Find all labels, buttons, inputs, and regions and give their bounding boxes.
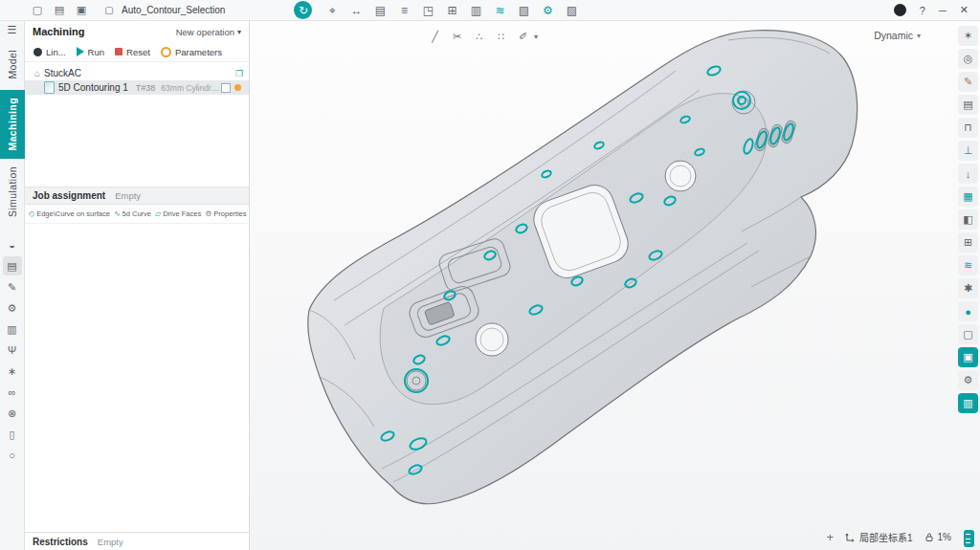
5d-curve-button[interactable]: ∿ 5d Curve: [114, 209, 151, 218]
run-button[interactable]: Run: [77, 47, 104, 57]
frame-icon[interactable]: ▢: [958, 324, 978, 344]
toolpath-icon[interactable]: ≋: [958, 255, 978, 275]
sprutcam-logo-button[interactable]: ↻: [294, 1, 312, 19]
close-button[interactable]: ✕: [960, 4, 969, 16]
circle-icon[interactable]: ○: [3, 446, 22, 465]
parameters-button[interactable]: Parameters: [161, 47, 222, 57]
chevron-down-icon[interactable]: ▾: [534, 33, 538, 41]
job-assignment-status: Empty: [115, 190, 141, 201]
job-assignment-actions: ◇ Edge\Curve on surface ∿ 5d Curve ▱ Dri…: [25, 205, 249, 224]
document-title: Auto_Contour_Selection: [122, 5, 225, 15]
view-mode-label: Dynamic: [874, 30, 913, 41]
tab-machining[interactable]: Machining: [0, 90, 25, 159]
measure-icon[interactable]: ↔: [347, 2, 365, 19]
machine-icon: ⌂: [34, 68, 40, 78]
view-mode-dropdown[interactable]: Dynamic ▾: [874, 30, 921, 41]
new-file-icon[interactable]: ▢: [29, 2, 46, 19]
document-tab[interactable]: ▢ Auto_Contour_Selection: [100, 2, 225, 19]
document-icon: ▢: [100, 2, 118, 19]
tab-simulation[interactable]: Simulation: [0, 159, 25, 226]
lock-icon[interactable]: ▯: [3, 425, 22, 444]
tree-row-operation[interactable]: 5D Contouring 1 T#38 63mm Cylindrical n: [25, 80, 249, 95]
snap-icon[interactable]: ⌖: [323, 2, 341, 19]
line-tool-icon[interactable]: ╱: [426, 28, 444, 46]
properties-button[interactable]: ⚙ Properties: [205, 209, 246, 218]
link-toggle-button[interactable]: Lin...: [33, 47, 66, 57]
simulation-icon[interactable]: ▨: [563, 2, 580, 19]
panel-header: Machining New operation ▾: [25, 21, 249, 42]
machine-icon[interactable]: ▧: [515, 2, 532, 19]
titlebar: ▢ ▤ ▣ ▢ Auto_Contour_Selection ↻ ⌖ ↔ ▤ ≡…: [0, 0, 980, 21]
points-tool-icon[interactable]: ∴: [470, 28, 488, 46]
gear-icon[interactable]: ⚙: [958, 370, 978, 390]
model-3d[interactable]: [250, 21, 980, 550]
report-icon[interactable]: ▤: [371, 2, 389, 19]
hamburger-menu-icon[interactable]: ☰: [0, 21, 24, 38]
sphere-icon[interactable]: ◒: [3, 235, 22, 254]
faces-icon: ▱: [155, 209, 161, 218]
plunge-icon[interactable]: ↓: [958, 164, 978, 184]
spindle-icon[interactable]: ⊥: [958, 141, 978, 161]
view-cube-icon[interactable]: ◳: [419, 2, 436, 19]
paint-icon[interactable]: ✎: [958, 72, 978, 92]
printer-icon[interactable]: ▥: [3, 319, 22, 339]
point-select-icon[interactable]: ●: [958, 301, 978, 321]
star-icon[interactable]: ∗: [3, 362, 22, 381]
add-csys-button[interactable]: +: [826, 533, 834, 542]
notes-icon[interactable]: ≡: [395, 2, 412, 19]
panel-title: Machining: [33, 26, 84, 37]
operation-toolbar: Lin... Run Reset Parameters: [25, 42, 249, 62]
ruler-icon[interactable]: [964, 530, 974, 547]
copy-icon[interactable]: ❐: [235, 69, 243, 78]
save-icon[interactable]: ▣: [73, 2, 90, 19]
layers-icon[interactable]: ▥: [467, 2, 484, 19]
minimize-button[interactable]: ─: [939, 5, 947, 16]
toolpath-icon[interactable]: ≋: [491, 2, 508, 19]
viewport-statusbar: + 局部坐标系1 1%: [826, 530, 951, 544]
sketch-tool-icon[interactable]: ✐: [514, 28, 532, 46]
part-icon[interactable]: ◧: [958, 209, 978, 230]
job-assignment-header: Job assignment Empty: [25, 187, 249, 205]
fixture-icon[interactable]: Ψ: [3, 341, 22, 360]
reset-button[interactable]: Reset: [115, 47, 150, 57]
edge-curve-on-surface-button[interactable]: ◇ Edge\Curve on surface: [29, 209, 110, 218]
drive-faces-button[interactable]: ▱ Drive Faces: [155, 209, 201, 218]
measure-panel-icon[interactable]: ▥: [958, 393, 978, 413]
machine-label: StuckAC: [44, 68, 81, 78]
sprutcam-window: ▢ ▤ ▣ ▢ Auto_Contour_Selection ↻ ⌖ ↔ ▤ ≡…: [0, 0, 980, 550]
tools-icon[interactable]: ⚙: [539, 2, 556, 19]
settings-icon[interactable]: ⚙: [3, 298, 22, 318]
csys-label: 局部坐标系1: [859, 530, 913, 544]
draft-icon[interactable]: ✎: [3, 277, 22, 297]
open-folder-icon[interactable]: ▤: [51, 2, 68, 19]
operation-checkbox[interactable]: [221, 83, 231, 93]
globe-icon[interactable]: ◎: [958, 49, 978, 69]
user-avatar[interactable]: [894, 4, 906, 16]
solid-view-icon[interactable]: ▣: [958, 347, 978, 367]
tree-empty-space: [25, 95, 249, 187]
grid-points-tool-icon[interactable]: ∷: [492, 28, 510, 46]
machining-panel: Machining New operation ▾ Lin... Run Res…: [25, 21, 250, 550]
link-icon[interactable]: ∞: [3, 383, 22, 402]
tab-model[interactable]: Model: [0, 38, 25, 90]
grid-icon[interactable]: ⊞: [443, 2, 460, 19]
restrictions-status: Empty: [98, 537, 123, 547]
stock-icon[interactable]: ▦: [958, 187, 978, 207]
printer-icon[interactable]: ▤: [958, 95, 978, 115]
coordinate-system-selector[interactable]: 局部坐标系1: [845, 530, 913, 544]
fixture-icon[interactable]: ⊞: [958, 232, 978, 253]
viewport-toolbar: ╱ ✂ ∴ ∷ ✐ ▾: [426, 28, 538, 46]
curve-icon: ∿: [114, 209, 121, 218]
trim-tool-icon[interactable]: ✂: [448, 28, 466, 46]
tool-holder-icon[interactable]: ⊓: [958, 118, 978, 138]
tolerance-indicator[interactable]: 1%: [924, 532, 951, 542]
spark-icon[interactable]: ✱: [958, 278, 978, 298]
tree-row-machine[interactable]: ⌂ StuckAC ❐: [25, 66, 249, 80]
compass-star-icon[interactable]: ✶: [958, 26, 978, 46]
new-operation-dropdown[interactable]: New operation ▾: [176, 27, 241, 37]
chain-icon[interactable]: ⊗: [3, 404, 22, 423]
machine-icon[interactable]: ▤: [3, 256, 22, 275]
help-button[interactable]: ?: [920, 5, 925, 16]
restrictions-bar[interactable]: Restrictions Empty: [25, 532, 249, 550]
viewport-3d[interactable]: ╱ ✂ ∴ ∷ ✐ ▾ Dynamic ▾ ✶ ◎ ✎ ▤ ⊓ ⊥ ↓ ▦ ◧ …: [250, 21, 980, 550]
